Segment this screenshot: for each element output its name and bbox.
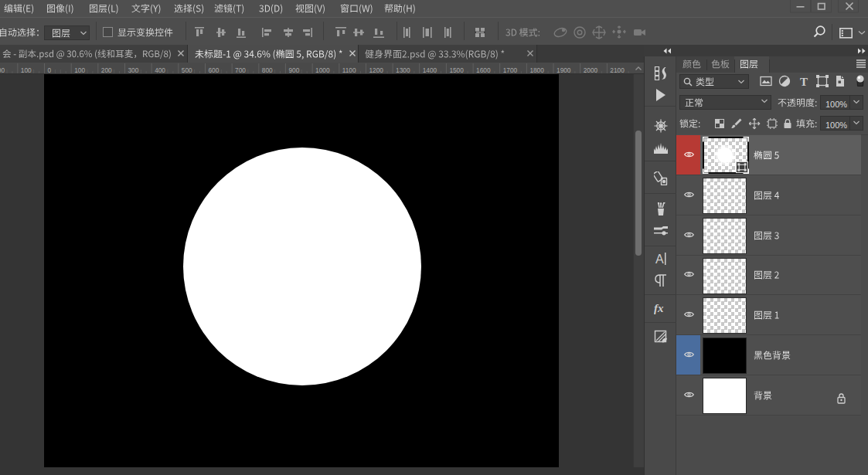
svg-text:T: T xyxy=(800,76,808,88)
svg-text:fx: fx xyxy=(654,302,664,314)
svg-text:A: A xyxy=(655,253,664,266)
